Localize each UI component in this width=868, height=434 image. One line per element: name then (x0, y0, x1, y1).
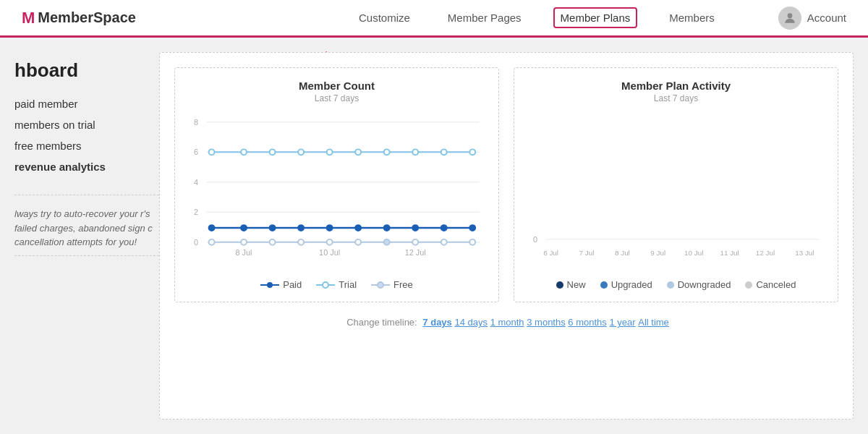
sidebar-item-paid[interactable]: paid member (14, 93, 159, 114)
activity-chart: Member Plan Activity Last 7 days 0 6 Jul… (514, 67, 838, 302)
legend-canceled: Canceled (745, 279, 796, 290)
legend-new: New (556, 279, 586, 290)
svg-text:12 Jul: 12 Jul (756, 249, 775, 257)
nav-customize[interactable]: Customize (353, 9, 416, 27)
svg-text:2: 2 (194, 208, 198, 216)
svg-point-31 (441, 225, 447, 231)
svg-point-15 (270, 149, 276, 155)
legend-canceled-label: Canceled (756, 279, 796, 290)
member-count-svg-wrap: 8 6 4 2 0 (187, 112, 487, 272)
svg-point-39 (384, 239, 390, 245)
svg-point-23 (209, 225, 215, 231)
svg-point-26 (298, 225, 304, 231)
svg-point-30 (412, 225, 418, 231)
nav-members[interactable]: Members (663, 9, 720, 27)
svg-text:8 Jul: 8 Jul (236, 248, 252, 257)
svg-point-34 (241, 239, 247, 245)
timeline-7days[interactable]: 7 days (422, 317, 451, 328)
legend-new-label: New (567, 279, 586, 290)
legend-free: Free (371, 279, 413, 290)
logo: M MemberSpace (22, 9, 136, 27)
sidebar-item-trial[interactable]: members on trial (14, 114, 159, 135)
activity-chart-svg-wrap: 0 6 Jul 7 Jul 8 Jul 9 Jul 10 Jul 11 Jul … (526, 112, 826, 272)
main-wrapper: hboard paid member members on trial free… (0, 38, 868, 434)
sidebar: hboard paid member members on trial free… (14, 52, 159, 420)
account-avatar-icon (778, 7, 801, 30)
svg-point-35 (270, 239, 276, 245)
svg-point-49 (323, 282, 328, 288)
svg-text:6: 6 (194, 148, 198, 156)
svg-text:6 Jul: 6 Jul (543, 249, 558, 257)
legend-upgraded-label: Upgraded (611, 279, 652, 290)
sidebar-item-free[interactable]: free members (14, 135, 159, 156)
svg-point-24 (241, 225, 247, 231)
member-count-svg: 8 6 4 2 0 (187, 112, 487, 269)
sidebar-title: hboard (14, 59, 159, 82)
dashboard-content: Member Count Last 7 days 8 6 4 2 0 (159, 52, 854, 420)
svg-text:8: 8 (194, 118, 198, 127)
account-area[interactable]: Account (778, 7, 846, 30)
svg-text:9 Jul: 9 Jul (650, 249, 665, 257)
svg-text:10 Jul: 10 Jul (319, 248, 340, 257)
svg-point-42 (469, 239, 475, 245)
legend-paid: Paid (260, 279, 302, 290)
svg-point-16 (298, 149, 304, 155)
svg-point-51 (378, 282, 383, 288)
timeline-14days[interactable]: 14 days (454, 317, 488, 328)
activity-chart-title: Member Plan Activity (526, 80, 826, 92)
sidebar-item-revenue[interactable]: revenue analytics (14, 156, 159, 177)
legend-upgraded: Upgraded (600, 279, 652, 290)
svg-text:0: 0 (194, 238, 198, 247)
svg-point-38 (355, 239, 361, 245)
svg-point-29 (384, 225, 390, 231)
svg-point-37 (327, 239, 333, 245)
account-label: Account (807, 12, 846, 24)
legend-free-label: Free (393, 279, 413, 290)
svg-text:7 Jul: 7 Jul (579, 249, 595, 257)
charts-row: Member Count Last 7 days 8 6 4 2 0 (174, 67, 838, 302)
svg-text:0: 0 (533, 235, 537, 244)
legend-trial: Trial (316, 279, 357, 290)
svg-point-19 (384, 149, 390, 155)
svg-point-0 (787, 13, 792, 18)
svg-point-22 (469, 149, 475, 155)
member-count-subtitle: Last 7 days (187, 93, 487, 103)
legend-downgraded-label: Downgraded (678, 279, 731, 290)
svg-point-13 (209, 149, 215, 155)
member-count-chart: Member Count Last 7 days 8 6 4 2 0 (174, 67, 499, 302)
svg-point-32 (469, 225, 475, 231)
svg-point-40 (412, 239, 418, 245)
timeline-6months[interactable]: 6 months (568, 317, 606, 328)
timeline-1year[interactable]: 1 year (609, 317, 635, 328)
activity-chart-subtitle: Last 7 days (526, 93, 826, 103)
svg-point-41 (441, 239, 447, 245)
timeline-label: Change timeline: (346, 317, 417, 328)
nav-member-plans[interactable]: Member Plans (553, 7, 638, 28)
logo-text: MemberSpace (38, 9, 136, 26)
svg-text:13 Jul: 13 Jul (795, 249, 814, 257)
app-header: M MemberSpace Customize Member Pages Mem… (0, 0, 868, 38)
svg-point-27 (327, 225, 333, 231)
svg-point-21 (441, 149, 447, 155)
svg-point-28 (355, 225, 361, 231)
svg-text:12 Jul: 12 Jul (405, 248, 426, 257)
svg-text:11 Jul: 11 Jul (720, 249, 739, 257)
timeline-row: Change timeline: 7 days 14 days 1 month … (174, 317, 838, 328)
main-nav: Customize Member Pages Member Plans Memb… (353, 7, 720, 28)
sidebar-note: lways try to auto-recover your r's faile… (14, 195, 159, 256)
nav-member-pages[interactable]: Member Pages (442, 9, 527, 27)
svg-point-17 (327, 149, 333, 155)
svg-text:8 Jul: 8 Jul (615, 249, 630, 257)
svg-text:10 Jul: 10 Jul (684, 249, 703, 257)
member-count-title: Member Count (187, 80, 487, 92)
timeline-alltime[interactable]: All time (638, 317, 669, 328)
activity-legend: New Upgraded Downgraded Canceled (526, 279, 826, 290)
svg-point-14 (241, 149, 247, 155)
svg-point-18 (355, 149, 361, 155)
timeline-3months[interactable]: 3 months (527, 317, 565, 328)
svg-point-20 (412, 149, 418, 155)
timeline-1month[interactable]: 1 month (490, 317, 524, 328)
svg-point-25 (270, 225, 276, 231)
svg-point-47 (267, 282, 273, 288)
svg-point-36 (298, 239, 304, 245)
